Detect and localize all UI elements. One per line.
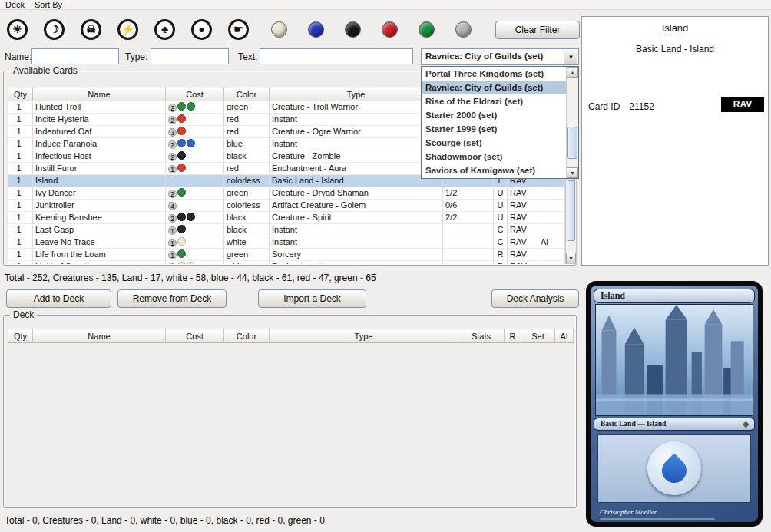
dropdown-option[interactable]: Rise of the Eldrazi (set) — [422, 94, 566, 108]
card-info-name: Island — [582, 22, 768, 34]
cell-name: Keening Banshee — [33, 212, 166, 224]
deck-group-title: Deck — [10, 309, 37, 320]
table-row[interactable]: 1Ivy Dancer2greenCreature - Dryad Shaman… — [8, 187, 565, 200]
column-header-r[interactable]: R — [505, 329, 521, 343]
remove-from-deck-button[interactable]: Remove from Deck — [117, 289, 227, 308]
column-header-name[interactable]: Name — [33, 329, 166, 343]
column-header-name[interactable]: Name — [33, 88, 166, 101]
dropdown-option[interactable]: Saviors of Kamigawa (set) — [422, 164, 566, 177]
mana-colorless-icon[interactable]: ● — [191, 19, 212, 40]
color-dot-black[interactable] — [345, 21, 361, 38]
column-header-color[interactable]: Color — [224, 88, 270, 101]
cell-type: Instant — [270, 224, 443, 236]
cell-r: U — [494, 200, 508, 212]
dropdown-option[interactable]: Ravnica: City of Guilds (set) — [422, 81, 566, 94]
column-header-type[interactable]: Type — [270, 329, 458, 343]
card-preview-title: Island — [594, 289, 755, 303]
mana-generic-cost-icon: 1 — [168, 239, 177, 247]
cell-qty: 1 — [8, 138, 33, 150]
name-filter-label: Name: — [5, 51, 31, 62]
table-row[interactable]: 1Light of Sanction1whiteEnchantmentRRAV — [8, 261, 565, 265]
dropdown-option[interactable]: Starter 2000 (set) — [422, 108, 566, 122]
cell-set: RAV — [508, 236, 538, 249]
cell-al: Al — [538, 236, 565, 249]
color-dot-red[interactable] — [382, 21, 398, 38]
menu-sort-by[interactable]: Sort By — [35, 0, 62, 9]
color-dot-white[interactable] — [271, 21, 287, 38]
column-header-qty[interactable]: Qty — [8, 329, 33, 343]
column-header-cost[interactable]: Cost — [166, 329, 224, 343]
import-deck-button[interactable]: Import a Deck — [258, 289, 366, 308]
card-type-line: Basic Land — Island ❖ — [594, 418, 755, 431]
dropdown-arrow-button[interactable]: ▼ — [564, 50, 577, 64]
column-header-set[interactable]: Set — [521, 329, 555, 343]
popup-scrollbar[interactable]: ▲ ▼ — [566, 67, 578, 178]
hand-icon[interactable]: ☛ — [228, 19, 249, 40]
column-header-color[interactable]: Color — [224, 329, 270, 343]
color-dot-blue[interactable] — [308, 21, 324, 38]
cell-cost: 4 — [166, 200, 224, 212]
artist-credit: Christopher Moeller — [600, 508, 657, 516]
column-header-al[interactable]: Al — [555, 329, 574, 343]
cell-color: black — [224, 150, 270, 163]
name-filter-input[interactable] — [31, 48, 119, 64]
column-header-cost[interactable]: Cost — [166, 88, 224, 101]
color-dot-gray[interactable] — [455, 21, 472, 38]
cell-type: Creature - Dryad Shaman — [270, 187, 443, 200]
dropdown-option[interactable]: Portal Three Kingdoms (set) — [422, 67, 566, 81]
cell-stats — [443, 236, 494, 249]
cell-type: Creature - Troll Warrior — [270, 101, 443, 114]
app-window: Deck Sort By ☀☽☠⚡♣●☛ Clear Filter Name: … — [0, 0, 771, 532]
set-filter-selected-value: Ravnica: City of Guilds (set) — [425, 51, 543, 61]
cell-cost — [166, 175, 224, 187]
column-header-stats[interactable]: Stats — [458, 329, 505, 343]
cell-cost: 1 — [166, 236, 224, 249]
cell-type: Enchantment - Aura — [270, 163, 443, 175]
column-header-type[interactable]: Type — [270, 88, 443, 101]
mana-u-cost-icon — [177, 139, 186, 147]
cell-name: Leave No Trace — [33, 236, 166, 249]
blue-mana-symbol-icon — [647, 441, 701, 495]
cell-name: Island — [33, 175, 166, 187]
column-header-qty[interactable]: Qty — [8, 88, 33, 101]
scroll-up-icon[interactable]: ▲ — [567, 67, 578, 78]
mana-u-cost-icon — [187, 139, 195, 147]
deck-analysis-button[interactable]: Deck Analysis — [491, 289, 579, 308]
mana-blue-icon[interactable]: ☽ — [44, 19, 65, 40]
table-row[interactable]: 1Last Gasp1blackInstantCRAV — [8, 224, 565, 236]
add-to-deck-button[interactable]: Add to Deck — [6, 289, 111, 308]
dropdown-option[interactable]: Shadowmoor (set) — [422, 150, 566, 164]
mana-white-icon[interactable]: ☀ — [7, 19, 28, 40]
type-filter-input[interactable] — [151, 48, 229, 64]
menu-deck[interactable]: Deck — [5, 0, 25, 9]
set-filter-dropdown[interactable]: Ravnica: City of Guilds (set) ▼ — [421, 48, 579, 65]
cell-r: R — [494, 261, 508, 265]
table-row[interactable]: 1Life from the Loam1greenSorceryRRAV — [8, 249, 565, 261]
mana-generic-cost-icon: 2 — [168, 153, 177, 161]
cell-type: Creature - Zombie — [270, 150, 443, 163]
ravnica-set-icon: ❖ — [742, 420, 749, 430]
scroll-down-icon[interactable]: ▼ — [566, 253, 576, 263]
cell-color: black — [224, 212, 270, 224]
dropdown-option[interactable]: Scourge (set) — [422, 136, 566, 150]
mana-generic-cost-icon: 2 — [168, 214, 177, 223]
cell-al — [538, 249, 565, 261]
table-row[interactable]: 1Junktroller4colorlessArtifact Creature … — [8, 200, 565, 212]
clear-filter-button[interactable]: Clear Filter — [495, 21, 580, 39]
text-filter-input[interactable] — [260, 48, 413, 64]
mana-green-icon[interactable]: ♣ — [154, 19, 175, 40]
mana-black-icon[interactable]: ☠ — [81, 19, 101, 40]
card-id-label: Card ID — [588, 101, 620, 112]
table-row[interactable]: 1Leave No Trace1whiteInstantCRAVAl — [8, 236, 565, 249]
cell-r: R — [494, 249, 508, 261]
mana-red-icon[interactable]: ⚡ — [117, 19, 138, 40]
table-row[interactable]: 1Keening Banshee2blackCreature - Spirit2… — [8, 212, 565, 224]
scrollbar-thumb[interactable] — [567, 127, 577, 159]
cell-cost: 2 — [166, 187, 224, 200]
dropdown-option[interactable]: Starter 1999 (set) — [422, 122, 566, 136]
scroll-down-icon[interactable]: ▼ — [567, 167, 578, 178]
cell-cost: 2 — [166, 212, 224, 224]
cell-r: C — [494, 236, 508, 249]
cell-color: green — [224, 101, 270, 114]
color-dot-green[interactable] — [419, 21, 435, 38]
